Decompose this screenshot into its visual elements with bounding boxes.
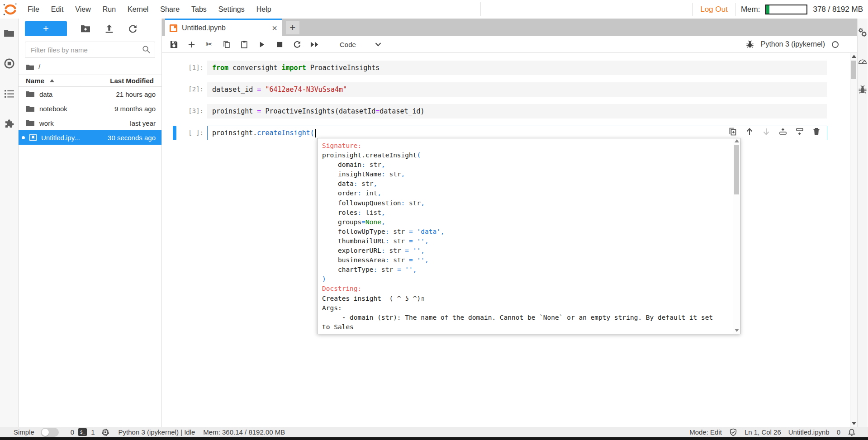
run-cell-icon[interactable] xyxy=(257,40,266,49)
scrollbar-thumb[interactable] xyxy=(734,145,739,194)
kernel-name[interactable]: Python 3 (ipykernel) xyxy=(761,40,825,48)
cell-collapser[interactable] xyxy=(173,82,176,97)
menu-kernel[interactable]: Kernel xyxy=(122,0,154,19)
column-divider xyxy=(83,75,83,86)
file-row-data[interactable]: data 21 hours ago xyxy=(19,87,161,101)
file-row-notebook[interactable]: notebook 9 months ago xyxy=(19,101,161,116)
menu-help[interactable]: Help xyxy=(251,0,277,19)
upload-icon[interactable] xyxy=(104,24,114,33)
tooltip-scrollbar[interactable] xyxy=(733,138,740,334)
code-cell-2[interactable]: [2]: dataset_id = "6412ae74-N3VuSsa4m" xyxy=(173,82,827,97)
copy-cell-icon[interactable] xyxy=(222,40,231,49)
scroll-down-icon[interactable] xyxy=(852,422,856,425)
bell-icon[interactable] xyxy=(848,428,856,436)
toggle-knob xyxy=(42,429,49,436)
move-cell-down-icon[interactable] xyxy=(762,127,771,136)
code-editor[interactable]: from conversight import ProactiveInsight… xyxy=(207,61,827,75)
session-counts[interactable]: 0 $_ 1 xyxy=(71,428,109,436)
file-name: Untitled.ipy... xyxy=(41,134,80,142)
move-cell-up-icon[interactable] xyxy=(745,127,754,136)
notebook-scrollbar[interactable] xyxy=(850,53,857,427)
memory-usage-fill xyxy=(766,5,769,14)
search-icon xyxy=(142,45,151,54)
file-browser-icon[interactable] xyxy=(4,28,14,38)
breadcrumb[interactable]: / xyxy=(19,59,161,75)
memory-usage-text: 378 / 8192 MB xyxy=(813,5,863,14)
signature-tooltip: Signature:proinsight.createInsight( doma… xyxy=(317,138,740,334)
cursor-position[interactable]: Ln 1, Col 26 xyxy=(745,428,781,436)
delete-cell-icon[interactable] xyxy=(812,127,821,136)
filter-files-input[interactable] xyxy=(25,42,155,58)
status-bar: Simple 0 $_ 1 Python 3 (ipykernel) | Idl… xyxy=(0,427,868,437)
running-kernels-icon[interactable] xyxy=(4,58,14,69)
dashboard-gauge-icon[interactable] xyxy=(858,56,867,66)
file-modified: 21 hours ago xyxy=(116,90,156,98)
code-cell-3[interactable]: [3]: proinsight = ProactiveInsights(data… xyxy=(173,104,827,118)
cell-collapser-active[interactable] xyxy=(173,126,176,140)
menu-run[interactable]: Run xyxy=(97,0,122,19)
menu-settings[interactable]: Settings xyxy=(213,0,251,19)
notifications-count[interactable]: 0 xyxy=(837,428,840,436)
tab-close-icon[interactable]: × xyxy=(272,24,277,33)
tab-untitled-ipynb[interactable]: Untitled.ipynb × xyxy=(165,19,282,36)
restart-run-all-icon[interactable] xyxy=(310,40,319,49)
logout-button[interactable]: Log Out xyxy=(698,5,730,14)
terminal-icon: $_ xyxy=(78,428,87,436)
add-cell-icon[interactable] xyxy=(187,40,196,49)
trusted-shield-icon[interactable] xyxy=(729,428,737,436)
debugger-bug-icon[interactable] xyxy=(746,40,754,48)
breadcrumb-root[interactable]: / xyxy=(38,63,40,71)
file-list: data 21 hours ago notebook 9 months ago … xyxy=(19,87,161,145)
filter-files-wrap xyxy=(25,42,155,58)
simple-mode-toggle[interactable] xyxy=(41,428,59,437)
property-inspector-icon[interactable] xyxy=(858,28,867,38)
file-browser-panel: + / Name xyxy=(19,19,161,427)
menu-view[interactable]: View xyxy=(69,0,96,19)
folder-icon xyxy=(26,104,35,113)
table-of-contents-icon[interactable] xyxy=(4,88,14,99)
kernel-status-text[interactable]: Python 3 (ipykernel) | Idle xyxy=(119,428,195,436)
restart-kernel-icon[interactable] xyxy=(293,40,302,49)
new-folder-icon[interactable] xyxy=(81,24,90,33)
menu-share[interactable]: Share xyxy=(154,0,185,19)
sort-ascending-icon xyxy=(50,79,54,82)
menu-tabs[interactable]: Tabs xyxy=(185,0,213,19)
debugger-bug-icon[interactable] xyxy=(858,85,867,95)
code-editor[interactable]: dataset_id = "6412ae74-N3VuSsa4m" xyxy=(207,82,827,97)
extensions-icon[interactable] xyxy=(4,118,14,129)
chevron-down-icon[interactable] xyxy=(375,41,382,48)
cut-cell-icon[interactable]: ✂ xyxy=(204,40,213,49)
column-header-name[interactable]: Name xyxy=(19,77,83,85)
column-header-modified[interactable]: Last Modified xyxy=(110,77,161,85)
menu-file[interactable]: File xyxy=(22,0,45,19)
notebook-toolbar: ✂ Code xyxy=(162,36,857,53)
file-name: notebook xyxy=(39,105,67,113)
scrollbar-thumb[interactable] xyxy=(851,61,856,79)
duplicate-cell-icon[interactable] xyxy=(728,127,737,136)
save-icon[interactable] xyxy=(169,40,178,49)
cell-collapser[interactable] xyxy=(173,104,176,118)
cell-type-dropdown[interactable]: Code xyxy=(340,41,356,48)
new-launcher-button[interactable]: + xyxy=(25,21,67,36)
notebook-content: [1]: from conversight import ProactiveIn… xyxy=(162,53,857,427)
refresh-icon[interactable] xyxy=(128,24,138,33)
main-area: + / Name xyxy=(0,19,868,427)
paste-cell-icon[interactable] xyxy=(240,40,249,49)
scroll-up-icon[interactable] xyxy=(852,55,856,58)
new-tab-button[interactable]: + xyxy=(286,21,299,34)
code-cell-1[interactable]: [1]: from conversight import ProactiveIn… xyxy=(173,61,827,75)
stop-kernel-icon[interactable] xyxy=(275,40,284,49)
insert-cell-above-icon[interactable] xyxy=(778,127,787,136)
cell-collapser[interactable] xyxy=(173,61,176,75)
menu-edit[interactable]: Edit xyxy=(45,0,70,19)
file-row-work[interactable]: work last year xyxy=(19,116,161,130)
mode-indicator[interactable]: Mode: Edit xyxy=(689,428,722,436)
file-row-untitled-selected[interactable]: Untitled.ipy... 30 seconds ago xyxy=(19,130,161,145)
code-editor[interactable]: proinsight = ProactiveInsights(datasetId… xyxy=(207,104,827,118)
dock-panel: Untitled.ipynb × + ✂ xyxy=(161,19,857,427)
active-filename[interactable]: Untitled.ipynb xyxy=(788,428,830,436)
insert-cell-below-icon[interactable] xyxy=(795,127,804,136)
kernel-status-idle-icon[interactable] xyxy=(832,41,839,48)
scroll-up-icon[interactable] xyxy=(735,139,739,142)
scroll-down-icon[interactable] xyxy=(735,329,739,332)
